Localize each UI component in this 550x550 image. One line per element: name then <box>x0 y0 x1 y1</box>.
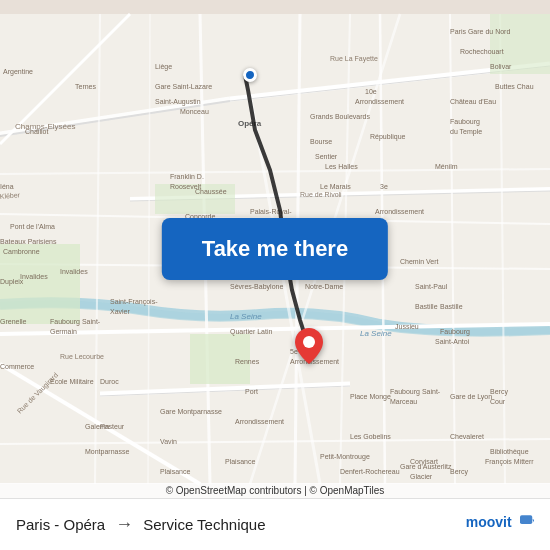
svg-text:Xavier: Xavier <box>110 308 131 315</box>
svg-text:Sèvres-Babylone: Sèvres-Babylone <box>230 283 283 291</box>
svg-text:Chaillot: Chaillot <box>25 128 48 135</box>
svg-text:Iéna: Iéna <box>0 183 14 190</box>
svg-text:10e: 10e <box>365 88 377 95</box>
svg-text:Jussieu: Jussieu <box>395 323 419 330</box>
svg-text:Bibliothèque: Bibliothèque <box>490 448 529 456</box>
svg-text:Rue de Rivoli: Rue de Rivoli <box>300 191 342 198</box>
svg-text:Monceau: Monceau <box>180 108 209 115</box>
svg-text:Saint-François-: Saint-François- <box>110 298 158 306</box>
svg-text:Chaussée: Chaussée <box>195 188 227 195</box>
svg-text:Corvisart: Corvisart <box>410 458 438 465</box>
svg-text:Ménilm: Ménilm <box>435 163 458 170</box>
cta-container: Take me there <box>162 218 388 280</box>
svg-text:La Seine: La Seine <box>230 312 262 321</box>
svg-marker-129 <box>532 519 534 522</box>
svg-text:Cour: Cour <box>490 398 506 405</box>
map-container: Champs-Elysées Rue La Fayette Kléber Rue… <box>0 0 550 498</box>
svg-text:Port: Port <box>245 388 258 395</box>
svg-text:Arrondissement: Arrondissement <box>355 98 404 105</box>
svg-text:Duroc: Duroc <box>100 378 119 385</box>
svg-text:Château d'Eau: Château d'Eau <box>450 98 496 105</box>
svg-text:Ternes: Ternes <box>75 83 97 90</box>
svg-text:Gare Saint-Lazare: Gare Saint-Lazare <box>155 83 212 90</box>
svg-text:Les Gobelins: Les Gobelins <box>350 433 391 440</box>
svg-text:Plaisance: Plaisance <box>225 458 255 465</box>
svg-text:Saint-Antoi: Saint-Antoi <box>435 338 470 345</box>
svg-text:Faubourg Saint-: Faubourg Saint- <box>50 318 101 326</box>
svg-text:du Temple: du Temple <box>450 128 482 136</box>
svg-text:Le Marais: Le Marais <box>320 183 351 190</box>
svg-text:Bastille: Bastille <box>415 303 438 310</box>
svg-text:Arrondissement: Arrondissement <box>235 418 284 425</box>
svg-text:Les Halles: Les Halles <box>325 163 358 170</box>
svg-text:Franklin D.: Franklin D. <box>170 173 204 180</box>
svg-text:Grenelle: Grenelle <box>0 318 27 325</box>
svg-text:Notre-Dame: Notre-Dame <box>305 283 343 290</box>
svg-text:Gare de Lyon: Gare de Lyon <box>450 393 492 401</box>
svg-rect-128 <box>520 515 532 524</box>
svg-text:Pasteur: Pasteur <box>100 423 125 430</box>
svg-text:François Mitterr: François Mitterr <box>485 458 534 466</box>
svg-text:Arrondissement: Arrondissement <box>375 208 424 215</box>
svg-text:Bateaux Parisiens: Bateaux Parisiens <box>0 238 57 245</box>
svg-text:Bercy: Bercy <box>490 388 508 396</box>
svg-text:Saint-Augustin: Saint-Augustin <box>155 98 201 106</box>
svg-text:Faubourg: Faubourg <box>450 118 480 126</box>
svg-text:Bourse: Bourse <box>310 138 332 145</box>
svg-text:Quartier Latin: Quartier Latin <box>230 328 273 336</box>
svg-text:La Seine: La Seine <box>360 329 392 338</box>
svg-text:Buttes Chau: Buttes Chau <box>495 83 534 90</box>
svg-text:Bastille: Bastille <box>440 303 463 310</box>
footer-destination: Service Technique <box>143 516 265 533</box>
svg-point-126 <box>303 336 315 348</box>
svg-text:Denfert-Rochereau: Denfert-Rochereau <box>340 468 400 475</box>
svg-text:Rue Lecourbe: Rue Lecourbe <box>60 353 104 360</box>
svg-text:Commerce: Commerce <box>0 363 34 370</box>
svg-text:Place Monge: Place Monge <box>350 393 391 401</box>
moovit-logo: moovit <box>464 509 534 541</box>
footer-origin: Paris - Opéra <box>16 516 105 533</box>
svg-text:Opéra: Opéra <box>238 119 262 128</box>
svg-text:Faubourg: Faubourg <box>440 328 470 336</box>
svg-text:Rochechouart: Rochechouart <box>460 48 504 55</box>
origin-marker <box>243 68 257 82</box>
svg-text:Germain: Germain <box>50 328 77 335</box>
svg-text:Glacier: Glacier <box>410 473 433 480</box>
svg-text:Saint-Paul: Saint-Paul <box>415 283 448 290</box>
svg-text:Bercy: Bercy <box>450 468 468 476</box>
svg-text:Argentine: Argentine <box>3 68 33 76</box>
svg-text:Bolivar: Bolivar <box>490 63 512 70</box>
svg-text:Rennes: Rennes <box>235 358 260 365</box>
svg-text:3e: 3e <box>380 183 388 190</box>
destination-marker <box>295 328 323 368</box>
svg-text:Cambronne: Cambronne <box>3 248 40 255</box>
svg-text:Chevaleret: Chevaleret <box>450 433 484 440</box>
svg-text:Marceau: Marceau <box>390 398 417 405</box>
svg-text:Paris Gare du Nord: Paris Gare du Nord <box>450 28 510 35</box>
svg-text:Grands Boulevards: Grands Boulevards <box>310 113 370 120</box>
svg-text:moovit: moovit <box>466 514 512 530</box>
svg-text:Plaisance: Plaisance <box>160 468 190 475</box>
svg-text:Faubourg Saint-: Faubourg Saint- <box>390 388 441 396</box>
svg-text:Rue La Fayette: Rue La Fayette <box>330 55 378 63</box>
svg-text:Chemin Vert: Chemin Vert <box>400 258 439 265</box>
svg-text:Palais-Royal-: Palais-Royal- <box>250 208 292 216</box>
svg-text:Ecole Militaire: Ecole Militaire <box>50 378 94 385</box>
take-me-there-button[interactable]: Take me there <box>162 218 388 280</box>
svg-text:République: République <box>370 133 406 141</box>
svg-text:Montparnasse: Montparnasse <box>85 448 129 456</box>
map-attribution: © OpenStreetMap contributors | © OpenMap… <box>0 483 550 498</box>
app: Champs-Elysées Rue La Fayette Kléber Rue… <box>0 0 550 550</box>
svg-text:Petit-Montrouge: Petit-Montrouge <box>320 453 370 461</box>
svg-text:Invalides: Invalides <box>60 268 88 275</box>
svg-text:Sentier: Sentier <box>315 153 338 160</box>
footer-arrow-icon: → <box>115 514 133 535</box>
footer: Paris - Opéra → Service Technique moovit <box>0 498 550 550</box>
svg-text:Invalides: Invalides <box>20 273 48 280</box>
svg-text:Vavin: Vavin <box>160 438 177 445</box>
svg-text:Liège: Liège <box>155 63 172 71</box>
svg-text:Gare Montparnasse: Gare Montparnasse <box>160 408 222 416</box>
svg-text:Pont de l'Alma: Pont de l'Alma <box>10 223 55 230</box>
